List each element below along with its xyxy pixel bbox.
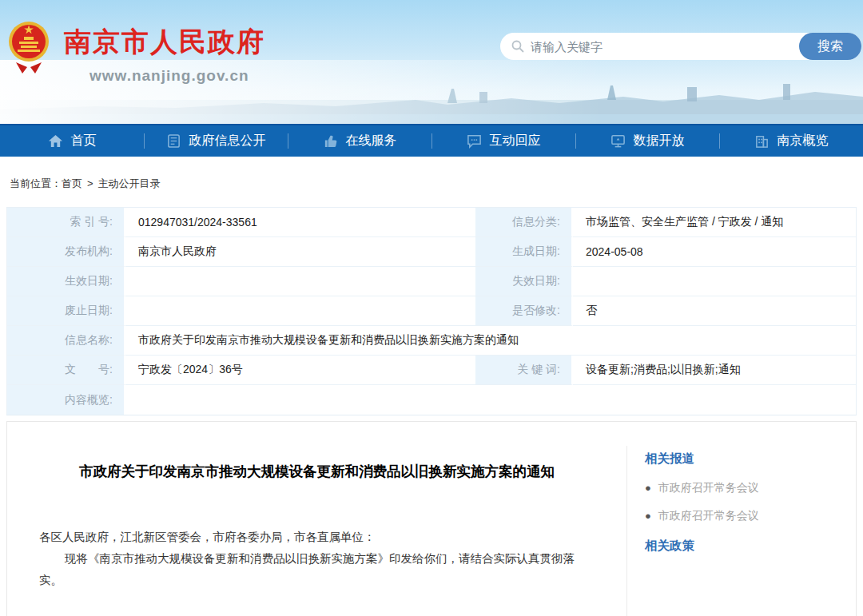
document-icon [166, 133, 181, 149]
related-report-label: 市政府召开常务会议 [658, 509, 759, 523]
field-label-document-number: 文 号: [7, 356, 125, 385]
document-metadata-table: 索 引 号: 012947031/2024-33561 信息分类: 市场监管、安… [6, 207, 857, 415]
chat-icon [467, 133, 482, 149]
nav-item-label: 数据开放 [634, 133, 685, 149]
field-label-content-overview: 内容概览: [7, 385, 125, 415]
article-title: 市政府关于印发南京市推动大规模设备更新和消费品以旧换新实施方案的通知 [58, 457, 577, 487]
search-input[interactable] [531, 34, 799, 58]
nav-item-online-services[interactable]: 在线服务 [288, 125, 432, 157]
field-value-info-category: 市场监管、安全生产监管 / 宁政发 / 通知 [573, 208, 856, 237]
field-label-expiry-date: 失效日期: [475, 267, 573, 296]
nav-item-interaction[interactable]: 互动回应 [432, 125, 575, 157]
related-reports-list: ● 市政府召开常务会议 ● 市政府召开常务会议 [645, 481, 848, 523]
article-paragraph: 各区人民政府，江北新区管委会，市府各委办局，市各直属单位： [39, 527, 595, 548]
home-icon [48, 133, 63, 149]
article-body: 各区人民政府，江北新区管委会，市府各委办局，市各直属单位： 现将《南京市推动大规… [30, 527, 604, 591]
breadcrumb-separator: > [87, 177, 93, 189]
field-label-index-number: 索 引 号: [7, 208, 125, 237]
article-content-box: 市政府关于印发南京市推动大规模设备更新和消费品以旧换新实施方案的通知 各区人民政… [6, 421, 857, 616]
field-value-abolition-date [125, 296, 475, 326]
main-nav: 首页 政府信息公开 在线服务 互动回应 数据开放 [0, 124, 863, 157]
site-brand[interactable]: 南京市人民政府 www.nanjing.gov.cn [8, 18, 265, 85]
field-label-issuing-agency: 发布机构: [7, 237, 125, 267]
field-label-info-name: 信息名称: [7, 326, 125, 356]
related-sidebar: 相关报道 ● 市政府召开常务会议 ● 市政府召开常务会议 相关政策 [626, 422, 856, 616]
national-emblem-logo [8, 18, 50, 75]
related-policies-heading: 相关政策 [645, 538, 848, 554]
related-report-label: 市政府召开常务会议 [658, 481, 759, 495]
breadcrumb-current-link[interactable]: 主动公开目录 [98, 177, 161, 189]
field-label-is-modified: 是否修改: [475, 296, 573, 326]
nav-item-label: 南京概览 [777, 133, 829, 149]
bullet-icon: ● [645, 482, 651, 494]
field-label-abolition-date: 废止日期: [7, 296, 125, 326]
field-value-info-name: 市政府关于印发南京市推动大规模设备更新和消费品以旧换新实施方案的通知 [125, 326, 856, 356]
field-value-issuing-agency: 南京市人民政府 [125, 237, 475, 267]
nav-item-open-data[interactable]: 数据开放 [575, 125, 719, 157]
field-label-info-category: 信息分类: [475, 208, 573, 237]
nav-item-label: 政府信息公开 [189, 133, 266, 149]
breadcrumb-home-link[interactable]: 首页 [62, 177, 82, 189]
field-value-keywords: 设备更新;消费品;以旧换新;通知 [573, 356, 856, 385]
search-icon [511, 40, 524, 53]
related-report-link[interactable]: ● 市政府召开常务会议 [645, 509, 848, 523]
related-report-link[interactable]: ● 市政府召开常务会议 [645, 481, 848, 495]
field-label-keywords: 关 键 词: [475, 356, 573, 385]
building-icon [754, 133, 770, 149]
site-url: www.nanjing.gov.cn [89, 67, 265, 85]
field-value-expiry-date [573, 267, 856, 296]
related-reports-heading: 相关报道 [645, 451, 848, 467]
nav-item-label: 互动回应 [490, 133, 541, 149]
article-paragraph: 现将《南京市推动大规模设备更新和消费品以旧换新实施方案》印发给你们，请结合实际认… [39, 548, 595, 591]
nav-item-home[interactable]: 首页 [0, 125, 144, 157]
field-value-document-number: 宁政发〔2024〕36号 [125, 356, 475, 385]
search-bar: 搜索 [500, 33, 861, 60]
field-value-creation-date: 2024-05-08 [573, 237, 856, 267]
field-value-content-overview [125, 385, 856, 415]
thumbs-up-icon [323, 133, 338, 149]
field-value-is-modified: 否 [573, 296, 856, 326]
breadcrumb: 当前位置：首页>主动公开目录 [0, 157, 863, 207]
nav-item-label: 首页 [71, 133, 97, 149]
nav-item-info-disclosure[interactable]: 政府信息公开 [144, 125, 288, 157]
nav-item-label: 在线服务 [346, 133, 397, 149]
field-value-index-number: 012947031/2024-33561 [125, 208, 475, 237]
monitor-icon [610, 133, 626, 149]
nav-item-nanjing-overview[interactable]: 南京概览 [719, 125, 863, 157]
bullet-icon: ● [645, 510, 651, 522]
field-label-effective-date: 生效日期: [7, 267, 125, 296]
article-main: 市政府关于印发南京市推动大规模设备更新和消费品以旧换新实施方案的通知 各区人民政… [7, 422, 626, 616]
search-button[interactable]: 搜索 [799, 33, 861, 60]
field-value-effective-date [125, 267, 475, 296]
breadcrumb-prefix: 当前位置： [10, 177, 62, 189]
site-header: 南京市人民政府 www.nanjing.gov.cn 搜索 [0, 0, 863, 124]
site-title: 南京市人民政府 [64, 24, 265, 61]
field-label-creation-date: 生成日期: [475, 237, 573, 267]
